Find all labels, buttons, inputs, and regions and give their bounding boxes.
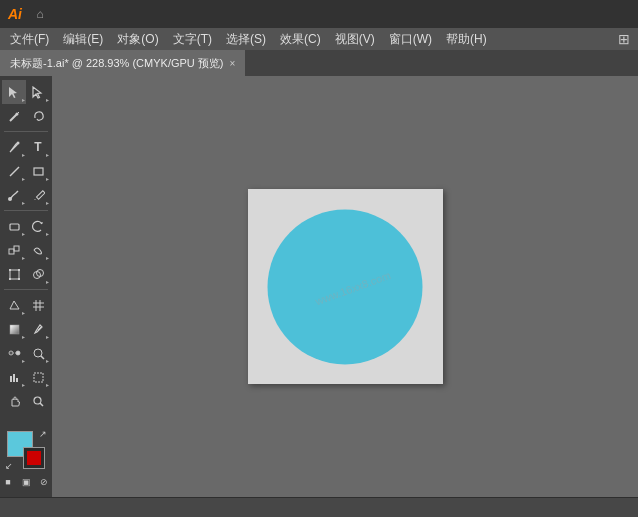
circle-shape [268, 209, 423, 364]
svg-marker-10 [34, 199, 36, 200]
workspace-switcher-button[interactable]: ⊞ [614, 29, 634, 49]
menu-effect[interactable]: 效果(C) [274, 29, 327, 50]
menu-window[interactable]: 窗口(W) [383, 29, 438, 50]
svg-rect-13 [9, 249, 14, 254]
canvas-area: www.16xx8.com [52, 76, 638, 497]
paintbrush-tool-button[interactable]: ▸ [2, 183, 26, 207]
pen-tool-button[interactable]: ▸ [2, 135, 26, 159]
svg-rect-19 [18, 278, 20, 280]
reset-colors-icon[interactable]: ↙ [5, 461, 13, 471]
selection-tool-button[interactable]: ▸ [2, 80, 26, 104]
svg-rect-37 [34, 373, 43, 382]
svg-rect-27 [10, 325, 19, 334]
svg-point-30 [16, 351, 20, 355]
menu-bar: 文件(F) 编辑(E) 对象(O) 文字(T) 选择(S) 效果(C) 视图(V… [0, 28, 638, 50]
svg-line-6 [10, 167, 19, 176]
svg-rect-15 [10, 270, 19, 279]
menu-edit[interactable]: 编辑(E) [57, 29, 109, 50]
color-swatches: ↗ ↙ ■ ▣ ⊘ [0, 427, 52, 493]
svg-marker-1 [33, 87, 41, 98]
main-area: ▸ ▸ ▸ T ▸ [0, 76, 638, 497]
artboard: www.16xx8.com [248, 189, 443, 384]
menu-select[interactable]: 选择(S) [220, 29, 272, 50]
rectangle-tool-button[interactable]: ▸ [26, 159, 50, 183]
document-tab[interactable]: 未标题-1.ai* @ 228.93% (CMYK/GPU 预览) × [0, 50, 245, 76]
svg-marker-0 [9, 87, 17, 98]
svg-rect-36 [16, 378, 18, 382]
symbol-sprayer-button[interactable]: ▸ [26, 341, 50, 365]
gradient-tool-button[interactable]: ▸ [2, 317, 26, 341]
svg-rect-7 [34, 168, 43, 175]
left-toolbar: ▸ ▸ ▸ T ▸ [0, 76, 52, 497]
svg-rect-11 [10, 224, 19, 230]
svg-rect-16 [9, 269, 11, 271]
type-tool-button[interactable]: T ▸ [26, 135, 50, 159]
svg-rect-9 [36, 190, 44, 198]
line-tool-button[interactable]: ▸ [2, 159, 26, 183]
svg-point-8 [8, 197, 12, 201]
title-bar: Ai ⌂ [0, 0, 638, 28]
perspective-tool-button[interactable]: ▸ [2, 293, 26, 317]
svg-rect-14 [14, 246, 19, 251]
ai-logo: Ai [8, 6, 22, 22]
status-bar [0, 497, 638, 517]
artboard-tool-button[interactable]: ▸ [26, 365, 50, 389]
gradient-color-button[interactable]: ▣ [18, 475, 34, 489]
svg-point-5 [16, 141, 19, 144]
magic-wand-button[interactable] [2, 104, 26, 128]
zoom-tool-button[interactable] [26, 389, 50, 413]
blend-tool-button[interactable]: ▸ [2, 341, 26, 365]
color-mode-row: ■ ▣ ⊘ [0, 475, 52, 489]
svg-point-32 [34, 349, 42, 357]
svg-point-4 [15, 112, 18, 115]
tab-title: 未标题-1.ai* @ 228.93% (CMYK/GPU 预览) [10, 56, 224, 71]
svg-point-38 [34, 397, 41, 404]
toolbar-separator-2 [4, 210, 48, 211]
direct-selection-tool-button[interactable]: ▸ [26, 80, 50, 104]
no-color-button[interactable]: ⊘ [36, 475, 52, 489]
svg-rect-18 [9, 278, 11, 280]
stroke-color-swatch[interactable] [23, 447, 45, 469]
warp-tool-button[interactable]: ▸ [26, 238, 50, 262]
svg-rect-34 [10, 376, 12, 382]
menu-type[interactable]: 文字(T) [167, 29, 218, 50]
tab-close-button[interactable]: × [230, 58, 236, 69]
graph-tool-button[interactable]: ▸ [2, 365, 26, 389]
rotate-tool-button[interactable]: ▸ [26, 214, 50, 238]
menu-object[interactable]: 对象(O) [111, 29, 164, 50]
pencil-tool-button[interactable]: ▸ [26, 183, 50, 207]
toolbar-separator-1 [4, 131, 48, 132]
svg-line-33 [41, 356, 44, 359]
svg-rect-17 [18, 269, 20, 271]
menu-file[interactable]: 文件(F) [4, 29, 55, 50]
home-button[interactable]: ⌂ [30, 4, 50, 24]
svg-marker-22 [10, 301, 19, 309]
scale-tool-button[interactable]: ▸ [2, 238, 26, 262]
hand-tool-button[interactable] [2, 389, 26, 413]
solid-color-button[interactable]: ■ [0, 475, 16, 489]
lasso-tool-button[interactable] [26, 104, 50, 128]
swatch-area: ↗ ↙ [7, 431, 45, 469]
eraser-tool-button[interactable]: ▸ [2, 214, 26, 238]
mesh-tool-button[interactable] [26, 293, 50, 317]
menu-view[interactable]: 视图(V) [329, 29, 381, 50]
eyedropper-tool-button[interactable]: ▸ [26, 317, 50, 341]
svg-point-29 [9, 351, 13, 355]
svg-rect-35 [13, 374, 15, 382]
free-transform-button[interactable] [2, 262, 26, 286]
swap-colors-icon[interactable]: ↗ [39, 429, 47, 439]
toolbar-separator-3 [4, 289, 48, 290]
menu-help[interactable]: 帮助(H) [440, 29, 493, 50]
tab-bar: 未标题-1.ai* @ 228.93% (CMYK/GPU 预览) × [0, 50, 638, 76]
shape-builder-button[interactable]: ▸ [26, 262, 50, 286]
svg-line-39 [40, 403, 43, 406]
